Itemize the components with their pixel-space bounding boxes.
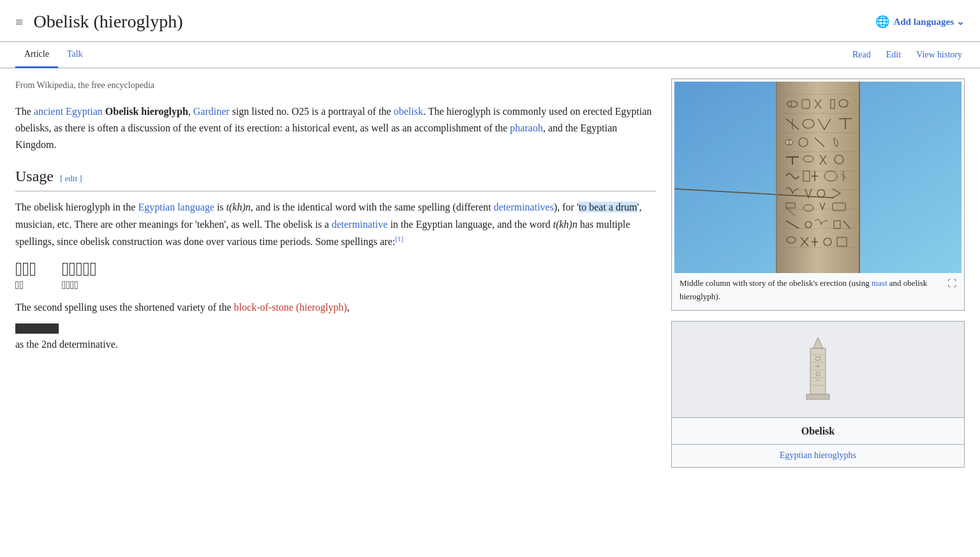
edit-anchor[interactable]: [ edit ]: [60, 174, 82, 183]
hieroglyph-spellings: 𓇳𓏤𓌀 𓈗𓌀 𓇳𓏤𓌀𓇋𓀾 𓈗𓆓𓌀𓏛: [15, 258, 656, 292]
top-bar: ≡ Obelisk (hieroglyph) 🌐 Add languages ⌄: [0, 0, 980, 42]
link-pharaoh[interactable]: pharaoh: [510, 123, 543, 133]
tab-edit[interactable]: Edit: [884, 43, 903, 67]
intro-paragraph: The ancient Egyptian Obelisk hieroglyph,…: [15, 103, 656, 154]
top-bar-left: ≡ Obelisk (hieroglyph): [15, 8, 182, 36]
caption-link-mast[interactable]: mast: [872, 278, 887, 288]
hiero-spelling-2: 𓇳𓏤𓌀𓇋𓀾 𓈗𓆓𓌀𓏛: [62, 258, 97, 292]
content-area: From Wikipedia, the free encyclopedia Th…: [0, 68, 980, 478]
svg-rect-55: [810, 348, 826, 394]
svg-marker-54: [813, 338, 823, 348]
footnote-1[interactable]: [1]: [395, 235, 403, 242]
svg-rect-56: [806, 394, 829, 399]
edit-link[interactable]: [ edit ]: [60, 172, 82, 186]
hiero-row-top-1: 𓇳𓏤𓌀: [15, 258, 36, 279]
translate-icon: 🌐: [875, 13, 889, 31]
expand-icon[interactable]: ⛶: [947, 277, 956, 291]
highlighted-phrase: to beat a drum: [579, 202, 637, 212]
determinative-text: as the 2nd determinative.: [15, 336, 656, 353]
infobox-image-area: [672, 322, 964, 417]
sidebar: Middle column with story of the obelisk'…: [671, 78, 965, 468]
tab-article[interactable]: Article: [15, 42, 58, 68]
dark-block: [15, 319, 656, 336]
link-determinatives[interactable]: determinatives: [494, 202, 554, 212]
add-languages-button[interactable]: Add languages ⌄: [893, 14, 965, 29]
infobox: Obelisk Egyptian hieroglyphs: [671, 321, 965, 468]
image-card: Middle column with story of the obelisk'…: [671, 78, 965, 311]
second-spelling-text: The second spelling uses the shortened v…: [15, 299, 656, 316]
hiero-row-top-2: 𓇳𓏤𓌀𓇋𓀾: [62, 258, 97, 279]
infobox-obelisk-svg: [792, 334, 843, 405]
tab-read[interactable]: Read: [850, 43, 873, 67]
tab-talk[interactable]: Talk: [58, 42, 92, 68]
image-caption: Middle column with story of the obelisk'…: [674, 273, 961, 308]
link-determinative[interactable]: determinative: [332, 219, 388, 230]
tabs-right: Read Edit View history: [850, 43, 965, 67]
hiero-row-bottom-2: 𓈗𓆓𓌀𓏛: [62, 279, 78, 292]
obelisk-image: [674, 82, 961, 273]
obelisk-photo-svg: [674, 82, 961, 273]
link-gardiner[interactable]: Gardiner: [193, 106, 230, 117]
chevron-down-icon: ⌄: [956, 14, 965, 29]
infobox-link-row: Egyptian hieroglyphs: [672, 444, 964, 466]
tabs-left: Article Talk: [15, 42, 92, 68]
tab-view-history[interactable]: View history: [914, 43, 965, 67]
menu-icon[interactable]: ≡: [15, 11, 23, 33]
link-block-of-stone[interactable]: block-of-stone (hieroglyph): [234, 302, 347, 313]
hiero-row-bottom-1: 𓈗𓌀: [15, 279, 24, 292]
usage-paragraph-1: The obelisk hieroglyph in the Egyptian l…: [15, 199, 656, 251]
link-obelisk[interactable]: obelisk: [394, 106, 423, 117]
top-bar-right: 🌐 Add languages ⌄: [875, 13, 965, 31]
tab-bar: Article Talk Read Edit View history: [0, 42, 980, 68]
usage-heading: Usage [ edit ]: [15, 164, 656, 191]
main-content: From Wikipedia, the free encyclopedia Th…: [15, 78, 656, 468]
link-ancient-egyptian[interactable]: ancient Egyptian: [34, 106, 103, 117]
infobox-egyptian-hieroglyphs-link[interactable]: Egyptian hieroglyphs: [780, 450, 856, 460]
from-wikipedia: From Wikipedia, the free encyclopedia: [15, 78, 656, 93]
link-egyptian-language[interactable]: Egyptian language: [138, 202, 214, 212]
hiero-spelling-1: 𓇳𓏤𓌀 𓈗𓌀: [15, 258, 36, 292]
page-title: Obelisk (hieroglyph): [33, 8, 182, 36]
infobox-title: Obelisk: [672, 417, 964, 445]
